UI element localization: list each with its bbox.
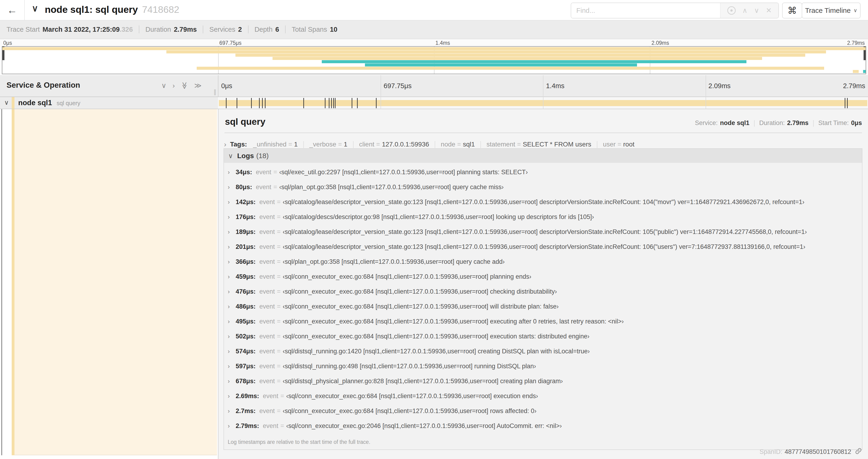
log-timestamp: 495μs: [236,318,256,325]
log-entry-row[interactable]: ›574μs:event=‹sql/distsql_running.go:142… [224,344,862,359]
tag-divider [597,141,597,148]
next-result-icon[interactable]: ∨ [754,7,759,14]
span-duration-bar[interactable] [219,100,867,106]
log-entry-row[interactable]: ›34μs:event=‹sql/exec_util.go:2297 [nsql… [224,165,862,179]
expand-all-icon[interactable]: ≫ [194,82,202,89]
locate-icon[interactable] [727,6,736,15]
span-detail-meta: Service:node sql1Duration:2.79msStart Ti… [695,120,862,127]
time-tick-label: 697.75μs [219,40,242,46]
tag-equals: = [457,141,461,148]
log-message: ‹sql/plan_opt.go:358 [nsql1,client=127.0… [283,258,505,265]
log-expand-chevron-icon[interactable]: › [228,378,236,385]
log-entry-row[interactable]: ›366μs:event=‹sql/plan_opt.go:358 [nsql1… [224,254,862,269]
minimap-canvas[interactable] [2,46,866,74]
find-input[interactable] [571,3,720,18]
log-entry-row[interactable]: ›459μs:event=‹sql/conn_executor_exec.go:… [224,269,862,284]
log-entry-row[interactable]: ›142μs:event=‹sql/catalog/lease/descript… [224,195,862,209]
log-entry-row[interactable]: ›80μs:event=‹sql/plan_opt.go:358 [nsql1,… [224,179,862,195]
log-marker [376,98,377,108]
log-expand-chevron-icon[interactable]: › [228,422,236,430]
log-expand-chevron-icon[interactable]: › [228,303,236,310]
log-marker [226,98,226,108]
log-entry-row[interactable]: ›476μs:event=‹sql/conn_executor_exec.go:… [224,284,862,299]
logs-collapse-chevron-icon: ∨ [228,152,233,160]
tag-equals: = [288,141,292,148]
top-bar: ← ∨ node sql1: sql query7418682 ∧ ∨ ✕ ⌘ … [0,0,868,21]
log-entry-row[interactable]: ›678μs:event=‹sql/distsql_physical_plann… [224,374,862,389]
log-expand-chevron-icon[interactable]: › [228,198,236,206]
tags-expand-chevron-icon: › [224,140,226,148]
log-expand-chevron-icon[interactable]: › [228,363,236,370]
log-marker [335,98,336,108]
collapse-one-icon[interactable]: ∨ [161,82,166,89]
log-expand-chevron-icon[interactable]: › [228,228,236,236]
log-equals: = [277,407,281,415]
log-expand-chevron-icon[interactable]: › [228,393,236,400]
log-timestamp: 2.7ms: [236,407,256,415]
span-bar-track[interactable] [218,97,868,109]
log-entry-row[interactable]: ›495μs:event=‹sql/conn_executor_exec.go:… [224,314,862,329]
log-expand-chevron-icon[interactable]: › [228,214,236,221]
log-entry-row[interactable]: ›176μs:event=‹sql/catalog/descs/descript… [224,209,862,224]
meta-value: 0μs [851,120,862,126]
log-entry-row[interactable]: ›2.7ms:event=‹sql/conn_executor_exec.go:… [224,403,862,418]
log-message: ‹sql/catalog/descs/descriptor.go:98 [nsq… [283,214,594,221]
logs-header[interactable]: ∨ Logs (18) [224,149,862,163]
log-expand-chevron-icon[interactable]: › [228,348,236,355]
log-timestamp: 176μs: [236,214,256,221]
link-icon[interactable] [855,448,862,456]
log-entry-row[interactable]: ›2.69ms:event=‹sql/conn_executor_exec.go… [224,389,862,403]
clear-search-icon[interactable]: ✕ [766,7,772,14]
summary-item: Depth6 [254,26,279,33]
back-button[interactable]: ← [0,0,25,20]
log-expand-chevron-icon[interactable]: › [228,318,236,325]
span-id-row: SpanID: 4877749850101760812 [760,448,862,456]
prev-result-icon[interactable]: ∧ [742,7,747,14]
log-message: ‹sql/distsql_physical_planner.go:828 [ns… [283,378,563,385]
minimap-span-bar [166,51,826,54]
log-expand-chevron-icon[interactable]: › [228,184,236,191]
log-entry-row[interactable]: ›2.79ms:event=‹sql/conn_executor_exec.go… [224,418,862,433]
keyboard-shortcuts-button[interactable]: ⌘ [782,3,802,19]
span-detail-title: sql query [225,117,265,127]
trace-collapse-chevron-icon[interactable]: ∨ [32,3,38,13]
span-row-label[interactable]: ∨ node sql1sql query [0,97,218,109]
trace-timeline-page: ← ∨ node sql1: sql query7418682 ∧ ∨ ✕ ⌘ … [0,0,868,459]
service-name-text: node sql1 [18,99,52,107]
tag-key: node [441,141,455,148]
log-expand-chevron-icon[interactable]: › [228,243,236,251]
log-expand-chevron-icon[interactable]: › [228,333,236,340]
log-field-name: event [259,407,275,415]
summary-divider [203,25,203,33]
log-entry-row[interactable]: ›597μs:event=‹sql/distsql_running.go:498… [224,359,862,374]
log-entry-row[interactable]: ›189μs:event=‹sql/catalog/lease/descript… [224,224,862,239]
log-expand-chevron-icon[interactable]: › [228,407,236,415]
time-tick-label: 1.4ms [435,40,450,46]
log-entry-row[interactable]: ›201μs:event=‹sql/catalog/lease/descript… [224,239,862,254]
collapse-all-icon[interactable]: ≫ [181,82,188,89]
column-resizer-grip[interactable]: ∥ [214,88,217,96]
chevron-down-icon: ∨ [854,7,857,13]
log-equals: = [280,422,284,430]
expand-one-icon[interactable]: › [173,82,175,89]
minimap-span-bar [853,70,859,73]
tag-equals: = [617,141,621,148]
log-field-name: event [259,243,275,251]
span-collapse-chevron-icon[interactable]: ∨ [4,99,9,106]
view-selector-button[interactable]: Trace Timeline ∨ [802,3,861,19]
log-entry-row[interactable]: ›486μs:event=‹sql/conn_executor_exec.go:… [224,299,862,314]
log-expand-chevron-icon[interactable]: › [228,273,236,280]
log-equals: = [277,333,281,340]
trace-summary: Trace StartMarch 31 2022, 17:25:09.326Du… [0,20,868,39]
log-expand-chevron-icon[interactable]: › [228,288,236,295]
log-message: ‹sql/exec_util.go:2297 [nsql1,client=127… [279,169,528,176]
columns-header: Service & Operation ∨ › ≫ ≫ ∥ 0μs697.75μ… [0,75,868,97]
log-entry-row[interactable]: ›502μs:event=‹sql/conn_executor_exec.go:… [224,329,862,344]
summary-item: Total Spans10 [292,26,337,33]
log-expand-chevron-icon[interactable]: › [228,258,236,265]
log-field-name: event [259,303,275,310]
log-timestamp: 2.69ms: [236,393,259,400]
log-expand-chevron-icon[interactable]: › [228,169,236,176]
back-arrow-icon: ← [7,4,17,16]
summary-item: Duration2.79ms [145,26,197,33]
